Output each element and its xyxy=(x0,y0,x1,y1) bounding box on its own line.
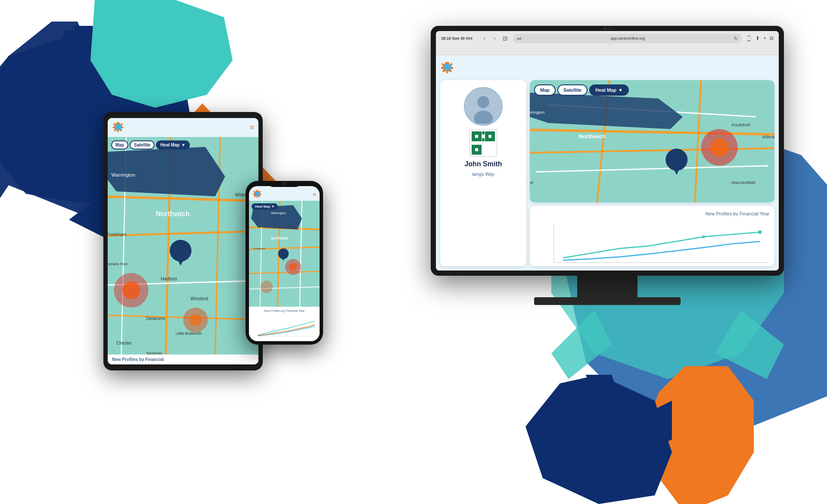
chart-svg xyxy=(535,219,769,266)
tablet-heatmap-button[interactable]: Heat Map ▼ xyxy=(156,140,190,149)
tablet-chart-label: New Profiles by Financial xyxy=(112,357,164,362)
svg-text:Warrington: Warrington xyxy=(112,172,136,177)
svg-point-78 xyxy=(289,263,297,271)
phone-heatmap-arrow: ▼ xyxy=(271,205,275,208)
phone-menu-icon[interactable]: ≡ xyxy=(313,191,316,198)
profile-address: tangs Way xyxy=(472,171,494,177)
tablet-frame: ≡ Map Satellite Heat Map ▼ xyxy=(103,112,263,370)
svg-point-13 xyxy=(477,96,489,108)
svg-text:Northwich: Northwich xyxy=(156,210,190,218)
tablet-device: ≡ Map Satellite Heat Map ▼ xyxy=(103,112,263,370)
phone-chart-card: New Profiles by Financial Year xyxy=(249,307,320,341)
main-scene: 18:10 Sun 30 Oct ‹ › ⊟ aA app.seranonlin… xyxy=(0,0,827,504)
browser-action-buttons: ⌚ ⬆ + ⧉ xyxy=(746,35,774,41)
phone-map-controls: Heat Map ▼ xyxy=(252,203,278,210)
svg-text:Frodsham: Frodsham xyxy=(253,247,265,250)
app-main-row: John Smith tangs Way Map Satellite xyxy=(440,80,774,266)
tablet-heatmap-arrow: ▼ xyxy=(181,143,186,147)
svg-point-23 xyxy=(710,138,729,157)
reload-button[interactable]: ↻ xyxy=(734,36,738,41)
tabs-button[interactable]: ⧉ xyxy=(770,35,774,41)
app-logo xyxy=(440,61,454,75)
heatmap-dropdown-arrow: ▼ xyxy=(618,87,623,93)
back-button[interactable]: ‹ xyxy=(480,34,489,43)
map-view: Northwich Warrington Knutsford Macclesfi… xyxy=(530,80,774,202)
svg-text:Hartford: Hartford xyxy=(161,277,177,281)
tablet-map: Map Satellite Heat Map ▼ xyxy=(108,137,258,355)
svg-text:Ellesmere Port: Ellesmere Port xyxy=(108,262,127,266)
phone-camera xyxy=(283,182,286,185)
share-button[interactable]: ⬆ xyxy=(755,35,760,41)
browser-nav-buttons: ‹ › ⊟ xyxy=(480,34,510,43)
phone-header: ≡ xyxy=(249,186,320,201)
monitor-stand xyxy=(431,276,784,310)
tablet-screen: ≡ Map Satellite Heat Map ▼ xyxy=(108,118,258,364)
svg-text:Wilmslow: Wilmslow xyxy=(762,134,774,139)
reader-button[interactable]: ⊟ xyxy=(501,34,510,43)
phone-frame: ≡ Heat Map ▼ xyxy=(246,181,323,345)
phone-notch xyxy=(267,181,302,187)
svg-text:Knutsford: Knutsford xyxy=(732,122,750,127)
tablet-logo xyxy=(112,121,124,134)
phone-heatmap-label: Heat Map xyxy=(255,205,270,208)
tablet-map-svg: Northwich Warrington Widnes Frodsham Ell… xyxy=(108,137,258,355)
bookmarks-button[interactable]: ⌚ xyxy=(746,35,752,41)
svg-text:Little Budworth: Little Budworth xyxy=(176,331,202,336)
svg-point-50 xyxy=(122,281,140,299)
map-view-button[interactable]: Map xyxy=(534,84,556,96)
tablet-satellite-button[interactable]: Satellite xyxy=(130,140,155,149)
svg-text:Winsford: Winsford xyxy=(190,296,208,301)
svg-rect-37 xyxy=(577,276,637,297)
phone-map: Heat Map ▼ xyxy=(249,201,320,307)
address-bar[interactable]: aA app.seranonline.org ↻ xyxy=(513,34,742,43)
tablet-map-controls: Map Satellite Heat Map ▼ xyxy=(111,140,190,149)
monitor-screen: 18:10 Sun 30 Oct ‹ › ⊟ aA app.seranonlin… xyxy=(436,31,779,271)
tablet-heatmap-label: Heat Map xyxy=(160,143,179,147)
svg-point-36 xyxy=(702,235,705,238)
profile-name: John Smith xyxy=(464,160,502,168)
tablet-footer: New Profiles by Financial xyxy=(108,355,258,364)
map-svg: Northwich Warrington Knutsford Macclesfi… xyxy=(530,80,774,202)
phone-chart-title: New Profiles by Financial Year xyxy=(252,309,317,312)
svg-text:Warrington: Warrington xyxy=(530,110,544,115)
satellite-view-button[interactable]: Satellite xyxy=(557,84,588,96)
monitor-frame: 18:10 Sun 30 Oct ‹ › ⊟ aA app.seranonlin… xyxy=(431,26,784,276)
app-right-panel: Map Satellite Heat Map ▼ xyxy=(530,80,774,266)
svg-text:Lymm: Lymm xyxy=(289,225,295,228)
tablet-map-button[interactable]: Map xyxy=(111,140,128,149)
browser-time: 18:10 Sun 30 Oct xyxy=(441,36,473,40)
new-tab-button[interactable]: + xyxy=(763,35,766,41)
profile-avatar xyxy=(464,87,503,126)
seran-logo-icon xyxy=(440,61,454,75)
svg-point-52 xyxy=(190,314,202,326)
svg-point-35 xyxy=(758,230,762,234)
svg-point-79 xyxy=(261,281,273,293)
phone-logo xyxy=(252,190,262,199)
svg-text:Delamere: Delamere xyxy=(146,316,165,321)
svg-text:Warrington: Warrington xyxy=(271,212,286,215)
svg-text:Frodsham: Frodsham xyxy=(108,232,127,237)
tablet-menu-icon[interactable]: ≡ xyxy=(250,124,254,131)
profile-card: John Smith tangs Way xyxy=(440,80,526,266)
blue-bottom-shape xyxy=(525,375,672,504)
heatmap-label: Heat Map xyxy=(595,87,616,93)
light-dot xyxy=(609,28,611,30)
url-display: app.seranonline.org xyxy=(524,36,731,40)
svg-text:Northwich: Northwich xyxy=(271,236,288,240)
forward-button[interactable]: › xyxy=(491,34,499,43)
heatmap-view-button[interactable]: Heat Map ▼ xyxy=(589,84,629,96)
chart-title: New Profiles by Financial Year xyxy=(535,211,769,216)
svg-text:Ellesmere Port: Ellesmere Port xyxy=(530,180,534,185)
monitor-device: 18:10 Sun 30 Oct ‹ › ⊟ aA app.seranonlin… xyxy=(431,26,784,327)
phone-heatmap-button[interactable]: Heat Map ▼ xyxy=(252,203,278,210)
avatar-svg xyxy=(466,89,501,124)
svg-text:Chester: Chester xyxy=(116,341,132,345)
phone-chart-svg xyxy=(252,313,317,339)
qr-code xyxy=(469,129,497,157)
svg-text:Northwich: Northwich xyxy=(579,133,606,140)
phone-map-svg: Northwich Warrington Lymm Frodsham xyxy=(249,201,320,307)
text-size-button[interactable]: aA xyxy=(517,37,522,40)
tablet-header: ≡ xyxy=(108,118,258,137)
phone-device: ≡ Heat Map ▼ xyxy=(246,181,323,345)
camera-dot xyxy=(604,28,607,31)
